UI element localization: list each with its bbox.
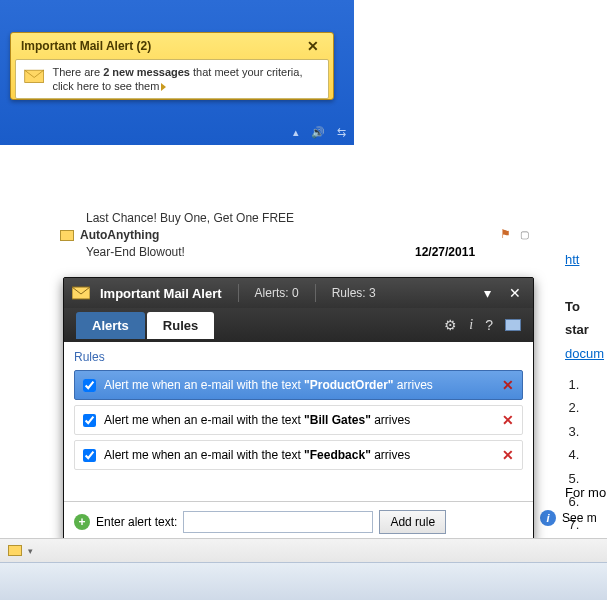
rule-text: Alert me when an e-mail with the text "F… [104, 448, 410, 462]
toast-title: Important Mail Alert (2) [21, 39, 151, 53]
info-bar: i See m [540, 510, 597, 526]
delete-rule-icon[interactable]: ✕ [502, 447, 514, 463]
minimize-icon[interactable]: ▾ [480, 285, 495, 301]
mail-icon [8, 545, 22, 556]
flag-icon[interactable]: ⚑ ▢ [500, 227, 529, 241]
system-tray: ▴ 🔊 ⇆ [293, 126, 346, 139]
rules-section-label: Rules [74, 350, 523, 364]
http-link[interactable]: htt [565, 252, 579, 267]
chevron-down-icon[interactable]: ▾ [28, 546, 33, 556]
rule-checkbox[interactable] [83, 414, 96, 427]
mail-sender: AutoAnything [80, 227, 159, 244]
see-more-label: See m [562, 511, 597, 525]
docum-link[interactable]: docum [565, 346, 604, 361]
mail-alert-toast[interactable]: Important Mail Alert (2) ✕ There are 2 n… [10, 32, 334, 100]
close-icon[interactable]: ✕ [303, 38, 323, 54]
toast-body[interactable]: There are 2 new messages that meet your … [15, 59, 329, 99]
tray-up-icon[interactable]: ▴ [293, 126, 299, 139]
toast-message: There are 2 new messages that meet your … [52, 65, 320, 94]
rule-row[interactable]: Alert me when an e-mail with the text "F… [74, 440, 523, 470]
task-bar [0, 562, 607, 600]
mail-subject: Year-End Blowout! [86, 244, 185, 261]
help-icon[interactable]: ? [485, 317, 493, 333]
delete-rule-icon[interactable]: ✕ [502, 377, 514, 393]
chevron-right-icon [161, 83, 166, 91]
info-icon[interactable]: i [469, 317, 473, 333]
mail-icon [60, 230, 74, 241]
plus-icon: + [74, 514, 90, 530]
mail-subject: Last Chance! Buy One, Get One FREE [86, 210, 294, 227]
gear-icon[interactable]: ⚙ [444, 317, 457, 333]
dialog-title: Important Mail Alert [100, 286, 222, 301]
rule-checkbox[interactable] [83, 449, 96, 462]
envelope-icon [72, 286, 90, 300]
close-icon[interactable]: ✕ [505, 285, 525, 301]
enter-text-label: Enter alert text: [96, 515, 177, 529]
dialog-footer: + Enter alert text: Add rule [64, 501, 533, 541]
desktop-background: Important Mail Alert (2) ✕ There are 2 n… [0, 0, 354, 145]
tab-rules[interactable]: Rules [147, 312, 214, 339]
alerts-stat: Alerts: 0 [255, 286, 299, 300]
tab-alerts[interactable]: Alerts [76, 312, 145, 339]
alert-text-input[interactable] [183, 511, 373, 533]
delete-rule-icon[interactable]: ✕ [502, 412, 514, 428]
envelope-icon [24, 68, 44, 90]
sync-icon[interactable]: ⇆ [337, 126, 346, 139]
speaker-icon[interactable]: 🔊 [311, 126, 325, 139]
rules-stat: Rules: 3 [332, 286, 376, 300]
rule-text: Alert me when an e-mail with the text "P… [104, 378, 433, 392]
mail-icon[interactable] [505, 319, 521, 331]
rule-checkbox[interactable] [83, 379, 96, 392]
for-more-label: For mo [565, 485, 606, 500]
dialog-body: Rules Alert me when an e-mail with the t… [64, 342, 533, 501]
mail-date: 12/27/2011 [415, 245, 475, 259]
to-start-label: To star [565, 299, 589, 337]
dialog-toolbar: Alerts Rules ⚙ i ? [64, 308, 533, 342]
status-bar: ▾ [0, 538, 607, 562]
add-rule-button[interactable]: Add rule [379, 510, 446, 534]
mail-list: Last Chance! Buy One, Get One FREE AutoA… [60, 210, 294, 260]
rule-text: Alert me when an e-mail with the text "B… [104, 413, 410, 427]
info-icon: i [540, 510, 556, 526]
rule-row[interactable]: Alert me when an e-mail with the text "P… [74, 370, 523, 400]
dialog-titlebar[interactable]: Important Mail Alert Alerts: 0 Rules: 3 … [64, 278, 533, 308]
rule-row[interactable]: Alert me when an e-mail with the text "B… [74, 405, 523, 435]
mail-alert-dialog: Important Mail Alert Alerts: 0 Rules: 3 … [63, 277, 534, 542]
